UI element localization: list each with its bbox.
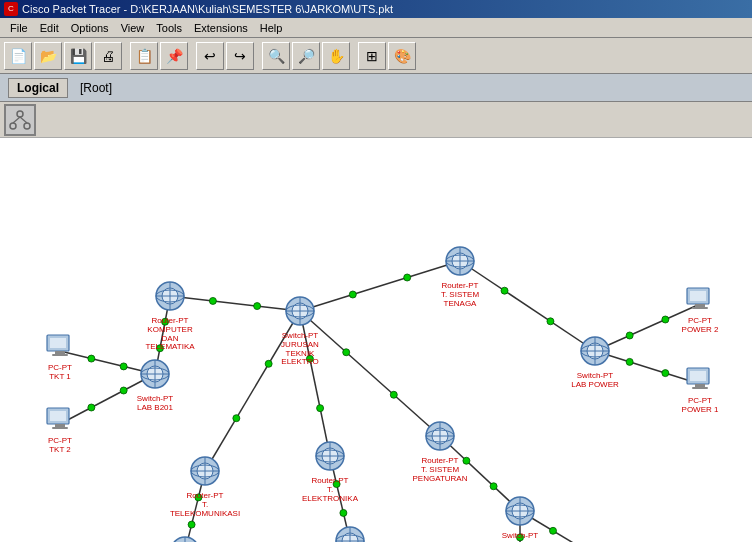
svg-point-18 [343,349,350,356]
node-pc-tkt1[interactable]: PC-PT TKT 1 [30,333,90,382]
menu-tools[interactable]: Tools [150,20,188,36]
svg-point-54 [550,527,557,534]
switch-icon [167,533,203,542]
svg-rect-157 [690,291,706,301]
redo-button[interactable]: ↪ [226,42,254,70]
grid-button[interactable]: ⊞ [358,42,386,70]
svg-point-6 [254,303,261,310]
svg-point-57 [501,287,508,294]
node-pc-power2[interactable]: PC-PT POWER 2 [670,286,730,335]
svg-point-10 [404,274,411,281]
svg-point-60 [626,358,633,365]
node-router-pengaturan[interactable]: Router-PT T. SISTEM PENGATURAN [410,418,470,483]
node-label-pc-power2: PC-PT POWER 2 [682,317,719,335]
node-pc-power1[interactable]: PC-PT POWER 1 [670,366,730,415]
svg-rect-153 [690,371,706,381]
node-router-jurusan[interactable]: Switch-PT JURUSAN TEKNIK ELEKTRO [270,293,330,367]
svg-rect-92 [52,427,68,429]
node-label-pc-tkt2: PC-PT TKT 2 [48,437,72,455]
pc-icon [45,333,75,363]
router-icon [187,453,223,491]
switch-icon [332,523,368,542]
workspace-mode[interactable]: Logical [8,78,68,98]
svg-point-7 [209,297,216,304]
svg-rect-159 [692,307,708,309]
toolbar: 📄 📂 💾 🖨 📋 📌 ↩ ↪ 🔍 🔎 ✋ ⊞ 🎨 [0,38,752,74]
pc-icon [685,286,715,316]
node-router-telkom[interactable]: Router-PT T. TELEKOMUNIKASI [175,453,235,518]
svg-point-13 [233,415,240,422]
zoom-out-button[interactable]: 🔎 [292,42,320,70]
node-label-switch-lab-b201: Switch-PT LAB B201 [137,395,173,413]
router-icon [152,278,188,316]
pc-icon [45,406,75,436]
switch-icon [282,293,318,331]
copy-button[interactable]: 📋 [130,42,158,70]
node-label-router-tenaga: Router-PT T. SISTEM TENAGA [430,282,490,308]
node-switch-lab-power[interactable]: Switch-PT LAB POWER [565,333,625,390]
node-pc-tkt2[interactable]: PC-PT TKT 2 [30,406,90,455]
title-text: Cisco Packet Tracer - D:\KERJAAN\Kuliah\… [22,3,393,15]
pc-icon [685,366,715,396]
router-icon [312,438,348,476]
node-label-router-komputer: Router-PT KOMPUTER DAN TELEMATIKA [140,317,200,352]
svg-point-19 [390,391,397,398]
svg-point-40 [340,509,347,516]
svg-point-16 [317,405,324,412]
node-router-komputer[interactable]: Router-PT KOMPUTER DAN TELEMATIKA [140,278,200,352]
node-label-pc-power1: PC-PT POWER 1 [682,397,719,415]
menu-file[interactable]: File [4,20,34,36]
menu-extensions[interactable]: Extensions [188,20,254,36]
menu-edit[interactable]: Edit [34,20,65,36]
svg-point-0 [17,111,23,117]
svg-point-58 [547,318,554,325]
node-switch-lab-b201[interactable]: Switch-PT LAB B201 [125,356,185,413]
palette-button[interactable]: 🎨 [388,42,416,70]
zoom-in-button[interactable]: 🔍 [262,42,290,70]
svg-point-9 [349,291,356,298]
node-label-router-pengaturan: Router-PT T. SISTEM PENGATURAN [410,457,470,483]
svg-point-1 [10,123,16,129]
svg-rect-91 [55,424,65,427]
node-label-router-jurusan: Switch-PT JURUSAN TEKNIK ELEKTRO [270,332,330,367]
topology-icon[interactable] [4,104,36,136]
paste-button[interactable]: 📌 [160,42,188,70]
svg-point-64 [662,316,669,323]
node-switch-lab-sp[interactable]: Switch-PT LAB SP [490,493,550,542]
switch-icon [577,333,613,371]
svg-rect-158 [695,304,705,307]
router-icon [422,418,458,456]
node-switch-lab-telkom[interactable]: Switch-PT LAB TELKOM [155,533,215,542]
workspace-header: Logical [Root] [0,74,752,102]
menubar: FileEditOptionsViewToolsExtensionsHelp [0,18,752,38]
connection-lines [0,138,752,542]
svg-point-49 [490,483,497,490]
menu-view[interactable]: View [115,20,151,36]
hand-button[interactable]: ✋ [322,42,350,70]
network-canvas[interactable]: Switch-PT JURUSAN TEKNIK ELEKTRO Router-… [0,138,752,542]
undo-button[interactable]: ↩ [196,42,224,70]
workspace-root: [Root] [80,81,112,95]
node-switch-lab-elka[interactable]: Switch-PT LAB ELKA [320,523,380,542]
svg-point-63 [626,332,633,339]
router-icon [442,243,478,281]
svg-rect-154 [695,384,705,387]
node-label-router-telkom: Router-PT T. TELEKOMUNIKASI [170,492,240,518]
svg-point-31 [188,521,195,528]
node-router-elektronika[interactable]: Router-PT T. ELEKTRONIKA [300,438,360,503]
save-button[interactable]: 💾 [64,42,92,70]
print-button[interactable]: 🖨 [94,42,122,70]
switch-icon [502,493,538,531]
svg-point-2 [24,123,30,129]
open-button[interactable]: 📂 [34,42,62,70]
new-button[interactable]: 📄 [4,42,32,70]
menu-options[interactable]: Options [65,20,115,36]
titlebar: C Cisco Packet Tracer - D:\KERJAAN\Kulia… [0,0,752,18]
svg-rect-87 [55,351,65,354]
svg-rect-88 [52,354,68,356]
menu-help[interactable]: Help [254,20,289,36]
topology-icon-area [0,102,752,138]
svg-rect-155 [692,387,708,389]
node-router-tenaga[interactable]: Router-PT T. SISTEM TENAGA [430,243,490,308]
node-label-switch-lab-sp: Switch-PT LAB SP [502,532,538,542]
